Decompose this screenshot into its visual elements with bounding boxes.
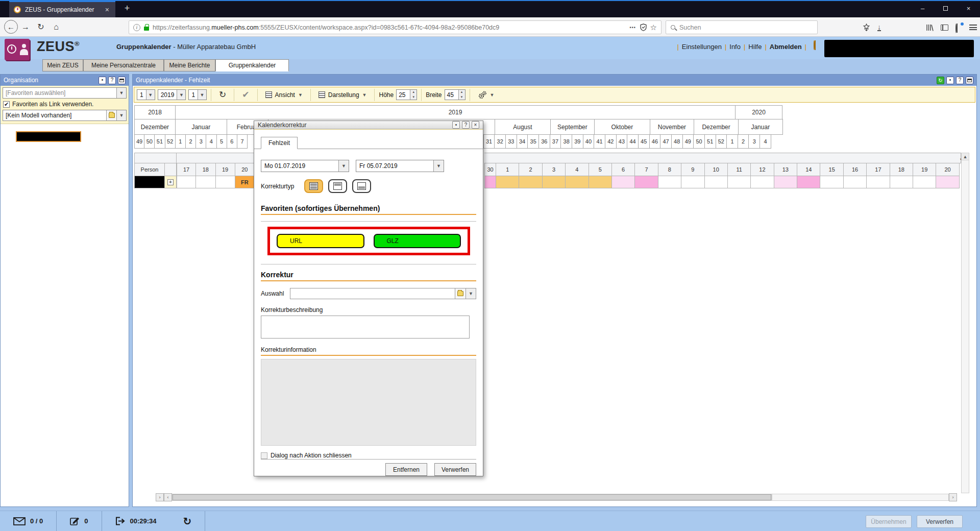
panel-help-button[interactable]: ? <box>108 77 116 84</box>
korrekturtyp-fullday-button[interactable] <box>304 179 323 193</box>
calendar-day-cell[interactable] <box>774 176 797 188</box>
mail-status[interactable]: 0 / 0 <box>0 511 57 531</box>
beschreibung-textarea[interactable] <box>261 316 470 339</box>
favorite-url-button[interactable]: URL <box>277 234 364 248</box>
refresh-icon[interactable]: ↻ <box>183 515 192 527</box>
dialog-dock-button[interactable]: • <box>452 121 460 129</box>
chevron-down-icon[interactable]: ▼ <box>338 160 349 172</box>
window-maximize-button[interactable] <box>934 0 957 16</box>
auswahl-browse-button[interactable] <box>455 288 466 299</box>
darstellung-button[interactable]: Darstellung▼ <box>315 91 371 99</box>
calendar-day-cell[interactable] <box>543 176 566 188</box>
model-browse-button[interactable] <box>106 110 116 120</box>
expand-person-button[interactable]: + <box>165 176 177 188</box>
calendar-day-cell[interactable] <box>484 176 496 188</box>
calendar-week-cell[interactable] <box>177 176 196 188</box>
korrekturtyp-firsthalf-button[interactable] <box>328 179 347 193</box>
year-select[interactable]: 2019▼ <box>158 89 186 100</box>
calendar-day-cell[interactable] <box>658 176 681 188</box>
calendar-day-cell[interactable] <box>566 176 589 188</box>
pocket-shield-icon[interactable] <box>640 23 647 31</box>
chevron-down-icon[interactable]: ▼ <box>116 88 126 98</box>
chevron-down-icon[interactable]: ▼ <box>466 288 476 299</box>
new-tab-button[interactable]: + <box>120 3 134 14</box>
verwerfen-button[interactable]: Verwerfen <box>434 463 476 476</box>
apply-check-icon[interactable]: ✔ <box>238 89 253 100</box>
refresh-icon[interactable]: ↻ <box>215 89 230 100</box>
dialog-titlebar[interactable]: Kalenderkorrektur • ? × <box>254 121 483 129</box>
tab-fehlzeit[interactable]: Fehlzeit <box>261 137 298 149</box>
date-to-select[interactable]: Fr 05.07.2019 ▼ <box>356 160 444 172</box>
page-info-icon[interactable]: i <box>133 24 140 31</box>
url-text[interactable]: https://zeiterfassung.mueller-phs.com:55… <box>153 24 626 31</box>
sidebar-toggle-icon[interactable] <box>941 25 948 31</box>
favorite-glz-button[interactable]: GLZ <box>374 234 461 248</box>
close-after-action-checkbox[interactable] <box>261 452 267 459</box>
dialog-help-button[interactable]: ? <box>462 121 470 129</box>
window-close-button[interactable]: × <box>957 0 980 16</box>
url-bar[interactable]: i https://zeiterfassung.mueller-phs.com:… <box>129 20 662 34</box>
link-abmelden[interactable]: Abmelden <box>770 43 802 51</box>
favorites-select[interactable]: [Favoriten auswählen] ▼ <box>3 87 127 99</box>
person-name-cell[interactable] <box>134 176 165 188</box>
firefox-account-icon[interactable] <box>955 24 962 31</box>
calendar-day-cell[interactable] <box>635 176 658 188</box>
downloads-icon[interactable]: ↓ <box>877 24 881 31</box>
calendar-day-cell[interactable] <box>913 176 936 188</box>
back-button[interactable]: ← <box>4 20 18 34</box>
korrekturtyp-secondhalf-button[interactable] <box>352 179 371 193</box>
calendar-day-cell[interactable] <box>936 176 959 188</box>
window-minimize-button[interactable]: – <box>911 0 934 16</box>
favorites-link-checkbox[interactable]: ✔ <box>3 101 10 108</box>
calendar-day-cell[interactable] <box>728 176 751 188</box>
tab-gruppenkalender[interactable]: Gruppenkalender <box>215 59 289 71</box>
entfernen-button[interactable]: Entfernen <box>385 463 427 476</box>
home-button[interactable]: ⌂ <box>48 22 64 32</box>
calendar-day-cell[interactable] <box>589 176 612 188</box>
calendar-day-cell[interactable] <box>681 176 704 188</box>
panel-maximize-button[interactable] <box>118 77 126 84</box>
tab-personalzentrale[interactable]: Meine Personalzentrale <box>83 59 164 71</box>
calendar-day-cell[interactable] <box>844 176 867 188</box>
scroll-left-arrow[interactable]: ‹ <box>164 493 172 501</box>
forward-button[interactable]: → <box>18 22 33 32</box>
calendar-day-cell[interactable] <box>705 176 728 188</box>
date-from-select[interactable]: Mo 01.07.2019 ▼ <box>261 160 349 172</box>
chevron-down-icon[interactable]: ▼ <box>116 110 126 120</box>
scroll-up-arrow[interactable]: ▲ <box>962 153 969 160</box>
vertical-scrollbar[interactable]: ▲ <box>961 153 969 493</box>
panel-maximize-button[interactable] <box>966 77 973 84</box>
panel-dock-button[interactable]: • <box>99 77 106 84</box>
calendar-day-cell[interactable] <box>867 176 890 188</box>
page-actions-icon[interactable]: ⋯ <box>629 23 636 31</box>
dialog-close-icon[interactable]: × <box>472 121 479 129</box>
menu-hamburger-icon[interactable] <box>969 25 977 30</box>
search-bar[interactable]: Suchen <box>666 20 818 34</box>
ansicht-button[interactable]: Ansicht▼ <box>262 91 306 99</box>
tab-berichte[interactable]: Meine Berichte <box>164 59 215 71</box>
tab-close-icon[interactable]: × <box>104 6 111 14</box>
breite-stepper[interactable]: 45▲▼ <box>445 89 465 100</box>
calendar-day-cell[interactable] <box>890 176 913 188</box>
horizontal-scrollbar[interactable]: › ‹ › <box>134 493 957 501</box>
time-status[interactable]: 00:29:34 ↻ <box>102 511 206 531</box>
chevron-down-icon[interactable]: ▼ <box>198 90 206 100</box>
tab-mein-zeus[interactable]: Mein ZEUS <box>42 59 83 71</box>
chevron-down-icon[interactable]: ▼ <box>433 160 444 172</box>
settings-gear-button[interactable]: ▼ <box>474 91 498 99</box>
calendar-week-cell[interactable]: FR <box>235 176 255 188</box>
chevron-down-icon[interactable]: ▼ <box>146 90 155 100</box>
verwerfen-main-button[interactable]: Verwerfen <box>917 515 963 528</box>
panel-refresh-button[interactable]: ↻ <box>937 77 944 84</box>
uebernehmen-button[interactable]: Übernehmen <box>866 515 912 528</box>
scroll-left-collapse[interactable]: › <box>156 493 164 501</box>
library-icon[interactable] <box>926 24 934 31</box>
hoehe-stepper[interactable]: 25▲▼ <box>396 89 417 100</box>
auswahl-input[interactable] <box>290 288 455 299</box>
bookmark-star-icon[interactable]: ☆ <box>650 23 657 32</box>
link-einstellungen[interactable]: Einstellungen <box>682 43 722 51</box>
chevron-down-icon[interactable]: ▼ <box>177 90 185 100</box>
month-select[interactable]: 1▼ <box>137 89 155 100</box>
edit-status[interactable]: 0 <box>57 511 102 531</box>
calendar-day-cell[interactable] <box>612 176 635 188</box>
